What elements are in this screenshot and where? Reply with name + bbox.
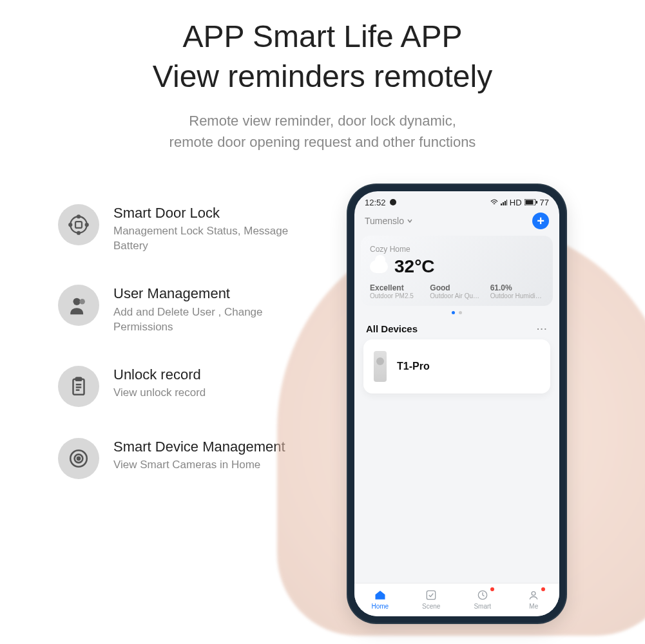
feature-desc: Add and Delete User , Change Permissions: [113, 305, 296, 335]
weather-stat-airq: Good Outdoor Air Qu…: [430, 283, 483, 299]
dot: [459, 311, 462, 314]
tab-scene[interactable]: Scene: [406, 589, 457, 610]
svg-point-6: [73, 298, 81, 305]
svg-point-4: [69, 223, 72, 226]
svg-point-5: [86, 223, 88, 226]
stat-value: Good: [430, 283, 483, 292]
feature-desc: Management Lock Status, Message Battery: [113, 224, 296, 254]
tab-label: Me: [529, 603, 538, 610]
svg-point-3: [77, 232, 80, 234]
feature-smart-door-lock: Smart Door Lock Management Lock Status, …: [58, 204, 296, 254]
signal-icon: [501, 199, 507, 205]
stat-label: Outdoor Humidi…: [490, 292, 544, 299]
stat-value: Excellent: [370, 283, 423, 292]
weather-stat-humid: 61.0% Outdoor Humidi…: [490, 283, 544, 299]
svg-rect-19: [506, 200, 507, 205]
user-icon: [58, 285, 99, 326]
sub-line2: remote door opening request and other fu…: [0, 131, 645, 153]
weather-card[interactable]: Cozy Home 32°C Excellent Outdoor PM2.5 G…: [361, 236, 553, 306]
svg-point-15: [77, 457, 80, 459]
weather-stat-pm25: Excellent Outdoor PM2.5: [370, 283, 423, 299]
phone-in-hand: 12:52 HD 77 Tumenslo: [296, 185, 619, 636]
weather-temp: 32°C: [394, 256, 435, 277]
weather-home-label: Cozy Home: [370, 245, 544, 254]
subheadline: Remote view reminder, door lock dynamic,…: [0, 110, 645, 153]
smart-icon: [476, 589, 489, 601]
tab-me[interactable]: Me: [508, 589, 560, 610]
feature-title: Smart Device Management: [113, 438, 285, 456]
sub-line1: Remote view reminder, door lock dynamic,: [0, 110, 645, 131]
app-screen: 12:52 HD 77 Tumenslo: [354, 191, 559, 616]
status-battery: 77: [540, 198, 549, 207]
svg-point-25: [532, 591, 535, 595]
device-thumb-icon: [374, 351, 387, 382]
feature-desc: View Smart Cameras in Home: [113, 458, 285, 473]
feature-user-management: User Management Add and Delete User , Ch…: [58, 285, 296, 334]
status-bar: 12:52 HD 77: [354, 191, 559, 210]
tab-bar: Home Scene Smart Me: [354, 583, 559, 616]
svg-point-7: [79, 299, 85, 305]
headline: APP Smart Life APP View reminders remote…: [0, 0, 645, 97]
wifi-icon: [490, 199, 498, 205]
svg-rect-18: [505, 201, 506, 205]
devices-section-head: All Devices ···: [354, 319, 559, 339]
stat-label: Outdoor PM2.5: [370, 292, 423, 299]
feature-title: Unlock record: [113, 366, 206, 384]
device-name: T1-Pro: [397, 361, 430, 372]
dot-active: [452, 311, 455, 314]
badge-dot: [541, 587, 545, 591]
target-icon: [58, 438, 99, 479]
svg-rect-22: [536, 201, 537, 204]
clipboard-icon: [58, 366, 99, 407]
svg-rect-16: [501, 204, 502, 205]
stat-value: 61.0%: [490, 283, 544, 292]
svg-point-0: [70, 216, 87, 233]
app-header: Tumenslo +: [354, 210, 559, 236]
feature-list: Smart Door Lock Management Lock Status, …: [58, 185, 296, 510]
battery-icon: [525, 199, 537, 205]
lock-hub-icon: [58, 204, 99, 245]
svg-rect-21: [525, 200, 533, 205]
svg-rect-23: [427, 591, 436, 599]
feature-desc: View unlock record: [113, 386, 206, 401]
svg-rect-9: [76, 377, 82, 380]
section-title: All Devices: [366, 323, 418, 334]
chevron-down-icon: [407, 218, 413, 224]
feature-title: Smart Door Lock: [113, 204, 296, 222]
location-name: Tumenslo: [365, 216, 404, 226]
phone-frame: 12:52 HD 77 Tumenslo: [348, 185, 566, 623]
status-hd: HD: [510, 198, 522, 207]
home-icon: [374, 589, 387, 601]
tab-smart[interactable]: Smart: [457, 589, 508, 610]
stat-label: Outdoor Air Qu…: [430, 292, 483, 299]
feature-smart-device-management: Smart Device Management View Smart Camer…: [58, 438, 296, 479]
headline-line1: APP Smart Life APP: [0, 17, 645, 57]
badge-dot: [490, 587, 494, 591]
page-dots: [354, 306, 559, 319]
tab-home[interactable]: Home: [354, 589, 406, 610]
tab-label: Smart: [474, 603, 491, 610]
device-card[interactable]: T1-Pro: [363, 339, 550, 393]
person-icon: [527, 589, 540, 601]
add-device-button[interactable]: +: [532, 213, 549, 229]
headline-line2: View reminders remotely: [0, 57, 645, 97]
location-dropdown[interactable]: Tumenslo: [365, 216, 413, 226]
feature-unlock-record: Unlock record View unlock record: [58, 366, 296, 407]
svg-rect-1: [75, 222, 82, 228]
tab-label: Home: [371, 603, 389, 610]
more-button[interactable]: ···: [537, 324, 548, 334]
feature-title: User Management: [113, 285, 296, 303]
tab-label: Scene: [422, 603, 440, 610]
svg-rect-17: [503, 202, 504, 205]
svg-point-2: [77, 215, 80, 218]
status-unread-icon: [390, 199, 396, 205]
scene-icon: [425, 589, 438, 601]
status-time: 12:52: [365, 198, 386, 207]
cloud-icon: [370, 260, 388, 273]
